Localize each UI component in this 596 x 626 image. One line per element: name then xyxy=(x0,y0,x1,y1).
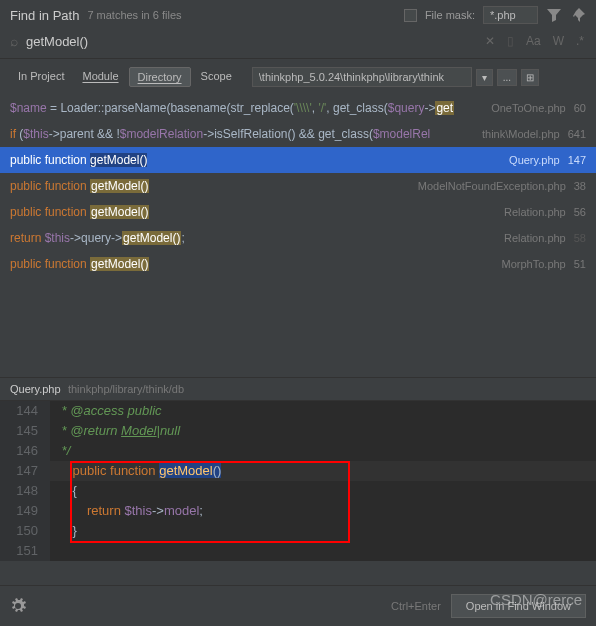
dialog-title: Find in Path xyxy=(10,8,79,23)
preview-filename: Query.php xyxy=(10,383,61,395)
tab-scope[interactable]: Scope xyxy=(193,67,240,87)
code-preview[interactable]: 144 * @access public 145 * @return Model… xyxy=(0,401,596,561)
path-dropdown[interactable]: ▾ xyxy=(476,69,493,86)
result-row[interactable]: $name = Loader::parseName(basename(str_r… xyxy=(0,95,596,121)
result-row[interactable]: return $this->query->getModel(); Relatio… xyxy=(0,225,596,251)
preview-filepath: thinkphp/library/think/db xyxy=(68,383,184,395)
gear-icon[interactable] xyxy=(10,598,26,614)
results-list: $name = Loader::parseName(basename(str_r… xyxy=(0,95,596,277)
preview-header: Query.php thinkphp/library/think/db xyxy=(0,377,596,401)
directory-path-input[interactable] xyxy=(252,67,472,87)
result-row[interactable]: public function getModel() Relation.php5… xyxy=(0,199,596,225)
tab-module[interactable]: Module xyxy=(74,67,126,87)
scope-row: In Project Module Directory Scope ▾ ... … xyxy=(0,59,596,95)
pin-icon[interactable] xyxy=(570,7,586,23)
result-row[interactable]: public function getModel() ModelNotFound… xyxy=(0,173,596,199)
result-row[interactable]: if ($this->parent && !$modelRelation->is… xyxy=(0,121,596,147)
result-row-selected[interactable]: public function getModel() Query.php147 xyxy=(0,147,596,173)
dialog-header: Find in Path 7 matches in 6 files File m… xyxy=(0,0,596,30)
dialog-footer: Ctrl+Enter Open in Find Window xyxy=(0,585,596,626)
recursive-toggle[interactable]: ⊞ xyxy=(521,69,539,86)
history-icon[interactable]: ▯ xyxy=(505,32,516,50)
tab-in-project[interactable]: In Project xyxy=(10,67,72,87)
match-count: 7 matches in 6 files xyxy=(87,9,181,21)
regex-toggle[interactable]: .* xyxy=(574,32,586,50)
word-toggle[interactable]: W xyxy=(551,32,566,50)
filemask-checkbox[interactable] xyxy=(404,9,417,22)
filemask-label: File mask: xyxy=(425,9,475,21)
search-input[interactable] xyxy=(26,34,475,49)
open-find-window-button[interactable]: Open in Find Window xyxy=(451,594,586,618)
search-icon: ⌕ xyxy=(10,33,18,49)
shortcut-hint: Ctrl+Enter xyxy=(391,600,441,612)
result-row[interactable]: public function getModel() MorphTo.php51 xyxy=(0,251,596,277)
clear-icon[interactable]: ✕ xyxy=(483,32,497,50)
tab-directory[interactable]: Directory xyxy=(129,67,191,87)
case-toggle[interactable]: Aa xyxy=(524,32,543,50)
filemask-input[interactable] xyxy=(483,6,538,24)
search-bar: ⌕ ✕ ▯ Aa W .* xyxy=(0,30,596,59)
browse-button[interactable]: ... xyxy=(497,69,517,86)
filter-icon[interactable] xyxy=(546,7,562,23)
